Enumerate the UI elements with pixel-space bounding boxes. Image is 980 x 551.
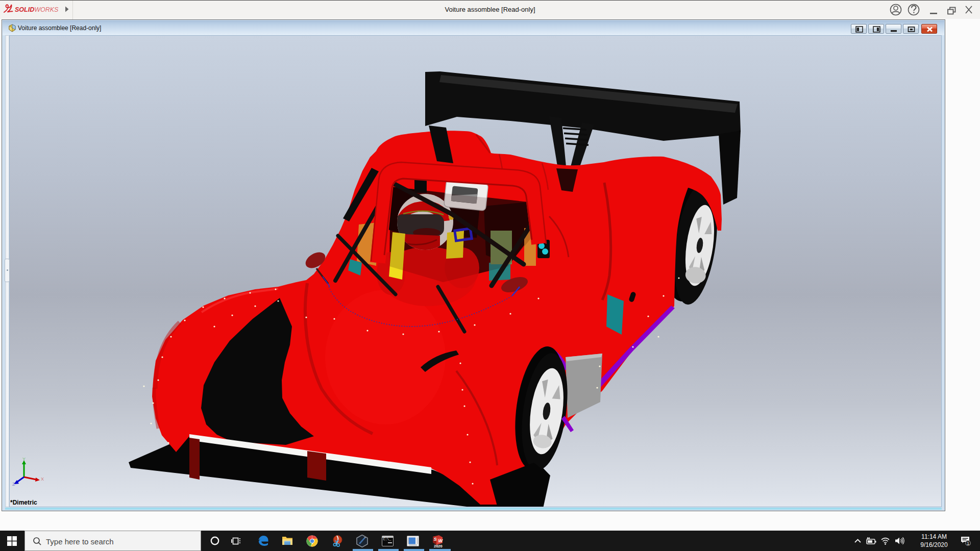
- svg-text:2020: 2020: [434, 544, 443, 548]
- svg-text:C:\_: C:\_: [383, 538, 391, 541]
- svg-text:*Dimetric: *Dimetric: [10, 499, 37, 506]
- svg-text:1: 1: [967, 541, 969, 546]
- svg-text:Y: Y: [22, 457, 26, 462]
- svg-text:X: X: [41, 477, 44, 482]
- svg-text:S: S: [434, 537, 437, 542]
- svg-text:Z: Z: [12, 482, 15, 487]
